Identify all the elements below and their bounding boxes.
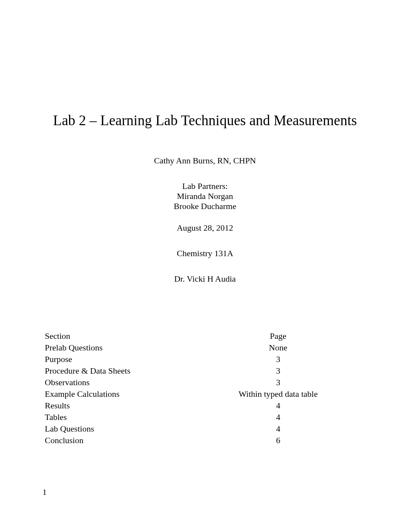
toc-page: 3: [189, 354, 368, 365]
toc-page: 4: [189, 411, 368, 423]
toc-row: Example Calculations Within typed data t…: [42, 388, 368, 400]
toc-section: Procedure & Data Sheets: [42, 365, 189, 377]
toc-section: Observations: [42, 377, 189, 388]
toc-section: Prelab Questions: [42, 342, 189, 354]
instructor-name: Dr. Vicki H Audia: [42, 274, 368, 284]
toc-header-section: Section: [42, 330, 189, 342]
toc-section: Conclusion: [42, 435, 189, 446]
lab-partner-1: Miranda Norgan: [42, 191, 368, 201]
toc-row: Results 4: [42, 400, 368, 411]
toc-page: 6: [189, 435, 368, 446]
toc-page: None: [189, 342, 368, 354]
toc-page: Within typed data table: [189, 388, 368, 400]
table-of-contents: Section Page Prelab Questions None Purpo…: [42, 330, 368, 446]
toc-section: Purpose: [42, 354, 189, 365]
toc-section: Results: [42, 400, 189, 411]
document-date: August 28, 2012: [42, 223, 368, 233]
toc-row: Lab Questions 4: [42, 423, 368, 435]
author-name: Cathy Ann Burns, RN, CHPN: [42, 156, 368, 166]
document-title: Lab 2 – Learning Lab Techniques and Meas…: [42, 112, 368, 129]
toc-page: 4: [189, 423, 368, 435]
toc-page: 3: [189, 377, 368, 388]
toc-row: Tables 4: [42, 411, 368, 423]
course-name: Chemistry 131A: [42, 248, 368, 258]
toc-section: Lab Questions: [42, 423, 189, 435]
toc-section: Example Calculations: [42, 388, 189, 400]
lab-partner-2: Brooke Ducharme: [42, 201, 368, 211]
lab-partners-label: Lab Partners:: [42, 181, 368, 191]
toc-row: Observations 3: [42, 377, 368, 388]
toc-page: 4: [189, 400, 368, 411]
toc-row: Procedure & Data Sheets 3: [42, 365, 368, 377]
toc-row: Conclusion 6: [42, 435, 368, 446]
toc-row: Prelab Questions None: [42, 342, 368, 354]
toc-row: Purpose 3: [42, 354, 368, 365]
toc-header-page: Page: [189, 330, 368, 342]
page-number: 1: [42, 487, 47, 497]
toc-section: Tables: [42, 411, 189, 423]
toc-header-row: Section Page: [42, 330, 368, 342]
toc-page: 3: [189, 365, 368, 377]
